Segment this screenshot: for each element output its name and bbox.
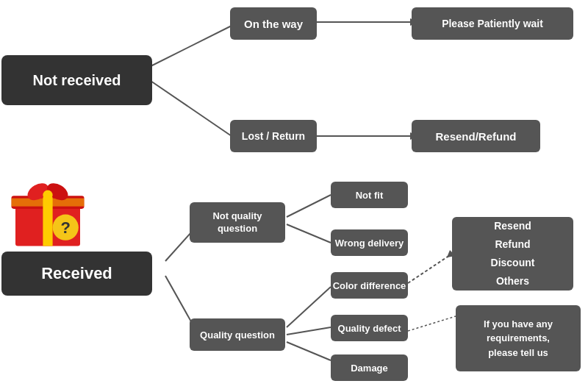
svg-line-3 xyxy=(151,81,232,136)
wrong-delivery-node: Wrong delivery xyxy=(331,229,408,256)
on-the-way-node: On the way xyxy=(230,7,317,40)
please-wait-node: Please Patiently wait xyxy=(412,7,573,40)
flowchart-diagram: Not received On the way Please Patiently… xyxy=(0,0,588,392)
quality-defect-node: Quality defect xyxy=(331,315,408,341)
color-difference-node: Color difference xyxy=(331,272,408,299)
svg-line-13 xyxy=(408,254,452,283)
gift-icon: ? xyxy=(7,169,96,257)
svg-line-9 xyxy=(287,224,331,243)
resend-refund-node-1: Resend/Refund xyxy=(412,120,540,152)
lost-return-node: Lost / Return xyxy=(230,120,317,152)
svg-line-0 xyxy=(151,26,232,66)
not-quality-question-node: Not qualityquestion xyxy=(190,202,285,243)
damage-node: Damage xyxy=(331,354,408,381)
svg-line-8 xyxy=(287,195,331,217)
quality-question-node: Quality question xyxy=(190,318,285,351)
svg-line-11 xyxy=(287,327,331,335)
svg-line-12 xyxy=(287,342,331,360)
svg-line-10 xyxy=(287,287,331,327)
not-fit-node: Not fit xyxy=(331,182,408,208)
not-quality-label: Not qualityquestion xyxy=(212,210,262,235)
resend-refund-label-2: ResendRefundDiscountOthers xyxy=(491,217,535,291)
requirements-label: If you have anyrequirements,please tell … xyxy=(484,317,553,360)
not-received-node: Not received xyxy=(1,55,152,105)
resend-refund-node-2: ResendRefundDiscountOthers xyxy=(452,217,573,291)
svg-text:?: ? xyxy=(60,218,70,237)
svg-point-23 xyxy=(43,190,52,200)
received-node: Received xyxy=(1,252,152,296)
svg-line-15 xyxy=(408,316,456,331)
requirements-node: If you have anyrequirements,please tell … xyxy=(456,305,581,371)
